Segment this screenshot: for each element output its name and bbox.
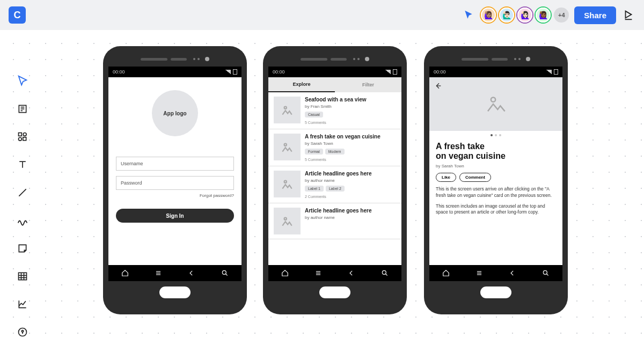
home-icon[interactable] bbox=[280, 268, 290, 278]
phone-home-button bbox=[429, 281, 562, 304]
menu-icon[interactable] bbox=[474, 268, 484, 278]
svg-line-39 bbox=[547, 274, 548, 276]
list-item[interactable]: Article headline goes here by author nam… bbox=[268, 203, 401, 239]
svg-point-38 bbox=[543, 270, 547, 274]
phone-hardware-top bbox=[108, 52, 241, 67]
share-button[interactable]: Share bbox=[574, 6, 616, 24]
comment-count: 5 Comments bbox=[305, 121, 396, 124]
list-item[interactable]: Article headline goes here by author nam… bbox=[268, 166, 401, 203]
back-icon[interactable] bbox=[187, 268, 196, 278]
select-tool[interactable] bbox=[14, 73, 31, 89]
tab-filter[interactable]: Filter bbox=[335, 77, 401, 92]
collaborator-avatars: 🙋🏽‍♀️ 🙋🏻‍♂️ 🙋🏻‍♀️ 🙋🏾‍♀️ +4 bbox=[481, 8, 569, 23]
username-field[interactable]: Username bbox=[116, 157, 234, 171]
chart-tool[interactable] bbox=[14, 296, 31, 312]
line-tool[interactable] bbox=[14, 185, 31, 201]
list-item[interactable]: Seafood with a sea view by Fran Smith Ca… bbox=[268, 92, 401, 129]
app-logo-placeholder: App logo bbox=[152, 90, 198, 136]
app-header: C 🙋🏽‍♀️ 🙋🏻‍♂️ 🙋🏻‍♀️ 🙋🏾‍♀️ +4 Share bbox=[0, 0, 644, 30]
card-byline: by author name bbox=[305, 215, 396, 220]
menu-icon[interactable] bbox=[313, 268, 323, 278]
tag[interactable]: Casual bbox=[305, 112, 323, 117]
cursor-icon[interactable] bbox=[462, 8, 475, 22]
image-placeholder-icon bbox=[274, 208, 301, 234]
article-list[interactable]: Seafood with a sea view by Fran Smith Ca… bbox=[268, 92, 401, 265]
avatar[interactable]: 🙋🏾‍♀️ bbox=[536, 8, 551, 23]
svg-point-25 bbox=[284, 144, 287, 146]
phone-home-button bbox=[108, 281, 241, 304]
status-time: 00:00 bbox=[273, 69, 285, 75]
back-icon[interactable] bbox=[347, 268, 356, 278]
pager-dot[interactable] bbox=[491, 134, 493, 136]
forgot-password-link[interactable]: Forgot password? bbox=[200, 193, 234, 198]
text-tool[interactable] bbox=[14, 157, 31, 173]
mockup-phone-list[interactable]: 00:00 Explore Filter Seafood with a sea … bbox=[263, 46, 407, 314]
status-bar: 00:00 bbox=[108, 67, 241, 77]
pager-dot[interactable] bbox=[495, 134, 497, 136]
card-byline: by Sarah Town bbox=[305, 141, 396, 146]
location-tool[interactable] bbox=[14, 324, 31, 338]
svg-rect-12 bbox=[19, 273, 27, 280]
menu-icon[interactable] bbox=[153, 268, 163, 278]
phone-screen: 00:00 App logo Username Password Forgot … bbox=[108, 67, 241, 281]
carousel-pager bbox=[429, 131, 562, 139]
sticky-note-tool[interactable] bbox=[14, 240, 31, 256]
article-byline: by Sarah Town bbox=[436, 164, 556, 168]
svg-rect-5 bbox=[19, 133, 22, 136]
svg-point-27 bbox=[284, 218, 287, 220]
home-icon[interactable] bbox=[120, 268, 130, 278]
frame-tool[interactable] bbox=[14, 101, 31, 117]
android-nav-bar bbox=[429, 265, 562, 281]
signal-icon bbox=[385, 70, 391, 74]
battery-icon bbox=[233, 69, 237, 75]
phone-home-button bbox=[268, 281, 401, 304]
avatar[interactable]: 🙋🏻‍♂️ bbox=[499, 8, 514, 23]
design-canvas[interactable]: 00:00 App logo Username Password Forgot … bbox=[0, 30, 644, 338]
svg-point-22 bbox=[222, 270, 226, 274]
svg-point-7 bbox=[19, 137, 22, 141]
back-icon[interactable] bbox=[508, 268, 517, 278]
tab-explore[interactable]: Explore bbox=[268, 77, 335, 92]
phone-hardware-top bbox=[268, 52, 401, 67]
mockup-phone-article[interactable]: 00:00 A fresh take on vegan cuisine bbox=[424, 46, 568, 314]
search-icon[interactable] bbox=[380, 268, 390, 278]
password-field[interactable]: Password bbox=[116, 176, 234, 190]
mockup-phone-login[interactable]: 00:00 App logo Username Password Forgot … bbox=[103, 46, 247, 314]
app-logo[interactable]: C bbox=[9, 6, 26, 24]
avatar[interactable]: 🙋🏻‍♀️ bbox=[517, 8, 532, 23]
image-placeholder-icon bbox=[485, 93, 507, 115]
back-arrow-icon[interactable] bbox=[434, 82, 442, 92]
svg-line-23 bbox=[226, 274, 228, 276]
play-button[interactable] bbox=[621, 8, 635, 22]
tag[interactable]: Modern bbox=[325, 149, 345, 155]
comment-count: 2 Comments bbox=[305, 195, 396, 199]
freehand-tool[interactable] bbox=[14, 212, 31, 229]
card-byline: by Fran Smith bbox=[305, 104, 396, 109]
table-tool[interactable] bbox=[14, 268, 31, 284]
signal-icon bbox=[546, 70, 552, 74]
home-icon[interactable] bbox=[441, 268, 451, 278]
phone-hardware-top bbox=[429, 52, 562, 67]
pager-dot[interactable] bbox=[499, 134, 501, 136]
sign-in-button[interactable]: Sign In bbox=[116, 209, 234, 223]
hero-image-placeholder bbox=[429, 77, 562, 131]
search-icon[interactable] bbox=[220, 268, 230, 278]
status-time: 00:00 bbox=[113, 69, 125, 75]
shapes-tool[interactable] bbox=[14, 129, 31, 145]
avatar[interactable]: 🙋🏽‍♀️ bbox=[481, 8, 496, 23]
tag[interactable]: Formal bbox=[305, 149, 323, 155]
like-button[interactable]: Like bbox=[436, 173, 456, 182]
avatar-overflow-count[interactable]: +4 bbox=[554, 8, 569, 23]
signal-icon bbox=[225, 70, 231, 74]
image-placeholder-icon bbox=[274, 134, 301, 160]
tag[interactable]: Label 2 bbox=[326, 186, 345, 192]
search-icon[interactable] bbox=[541, 268, 551, 278]
svg-rect-8 bbox=[23, 137, 26, 141]
comment-button[interactable]: Comment bbox=[459, 173, 491, 182]
svg-point-34 bbox=[491, 98, 495, 102]
image-placeholder-icon bbox=[274, 171, 301, 197]
list-item[interactable]: A fresh take on vegan cuisine by Sarah T… bbox=[268, 129, 401, 166]
tag[interactable]: Label 1 bbox=[305, 186, 324, 192]
card-title: A fresh take on vegan cuisine bbox=[305, 134, 396, 140]
android-nav-bar bbox=[108, 265, 241, 281]
